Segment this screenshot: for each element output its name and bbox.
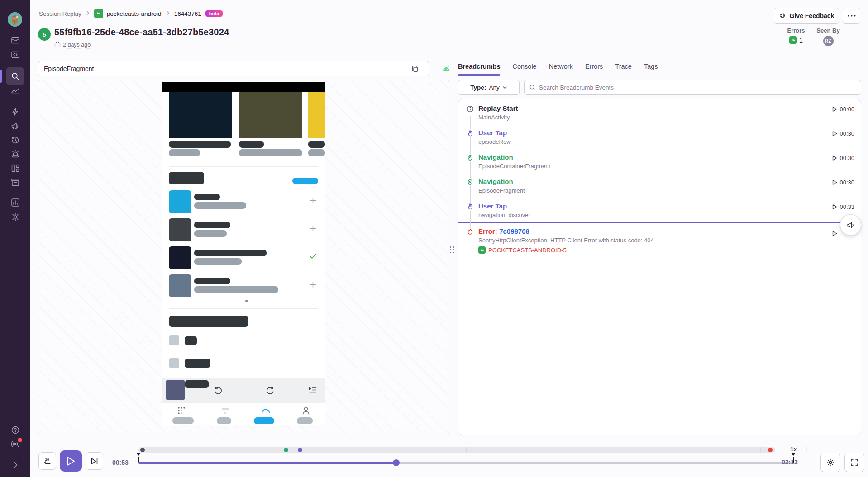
event-row-error[interactable]: Error: 7c098708 SentryHttpClientExceptio… xyxy=(458,223,861,258)
event-description: EpisodeFragment xyxy=(478,187,854,195)
layout-blocks-icon xyxy=(10,163,20,173)
redacted-text xyxy=(308,141,325,148)
segment-count-badge: 5 xyxy=(38,28,51,41)
tab-network[interactable]: Network xyxy=(549,59,573,76)
timeline-zoom-in-button[interactable]: + xyxy=(804,444,809,454)
tab-breadcrumbs[interactable]: Breadcrumbs xyxy=(458,59,500,76)
errors-count[interactable]: 1 xyxy=(799,37,803,44)
timeline-gridline xyxy=(615,447,615,453)
give-feedback-button[interactable]: Give Feedback xyxy=(774,8,839,24)
sidebar-item-projects[interactable] xyxy=(0,50,30,60)
timeline-marker-start[interactable] xyxy=(140,448,145,452)
sidebar-item-user-feedback[interactable] xyxy=(0,121,30,131)
feedback-fab-button[interactable] xyxy=(840,214,861,236)
seen-by-label: Seen By xyxy=(814,27,843,34)
sidebar-item-explore[interactable] xyxy=(0,71,30,81)
play-button[interactable] xyxy=(60,450,82,472)
skip-to-end-button[interactable] xyxy=(86,452,103,470)
event-timestamp[interactable]: 00:30 xyxy=(832,130,854,137)
type-filter-dropdown[interactable]: Type: Any xyxy=(458,80,520,95)
redacted-album-art xyxy=(166,380,185,400)
sidebar-item-settings[interactable] xyxy=(0,212,30,222)
time-ago-link[interactable]: 2 days ago xyxy=(63,42,91,48)
map-pin-icon xyxy=(466,178,474,186)
sidebar-item-stats[interactable] xyxy=(0,198,30,208)
event-title: Error: xyxy=(478,227,497,235)
replay-viewport[interactable] xyxy=(38,80,449,434)
event-row[interactable]: Replay Start MainActivity 00:00 xyxy=(458,100,861,125)
seekbar-handle[interactable] xyxy=(393,459,400,466)
up-next-queue-icon xyxy=(308,386,317,394)
redacted-text xyxy=(239,141,264,148)
timeline-marker-tap[interactable] xyxy=(298,448,302,452)
play-icon xyxy=(832,155,837,161)
sidebar-item-alerts[interactable] xyxy=(0,149,30,159)
player-settings-button[interactable] xyxy=(820,453,840,472)
redacted-text xyxy=(308,149,325,156)
playback-speed-label: 1x xyxy=(790,446,797,453)
event-description: MainActivity xyxy=(478,113,854,122)
seen-by-meta: Seen By RZ xyxy=(814,27,843,46)
breadcrumb-session-replay[interactable]: Session Replay xyxy=(39,10,81,17)
more-options-button[interactable] xyxy=(843,8,860,24)
search-icon xyxy=(529,84,536,91)
redacted-thumbnail xyxy=(169,218,191,241)
tab-errors[interactable]: Errors xyxy=(585,59,603,76)
sidebar-item-dashboards[interactable] xyxy=(0,86,30,96)
timeline-marker-error[interactable] xyxy=(768,448,773,452)
redacted-icon xyxy=(169,358,179,368)
event-row[interactable]: Navigation EpisodeContainerFragment 00:3… xyxy=(458,149,861,174)
sidebar-item-storage[interactable] xyxy=(0,177,30,187)
event-row[interactable]: Navigation EpisodeFragment 00:30 xyxy=(458,174,861,198)
check-icon xyxy=(310,253,317,259)
dom-selector-input[interactable] xyxy=(38,61,429,76)
sidebar-expand-button[interactable] xyxy=(0,460,30,469)
error-project-tag[interactable]: POCKETCASTS-ANDROID-5 xyxy=(478,246,854,254)
timeline-zoom-out-button[interactable]: − xyxy=(779,444,784,454)
calendar-icon xyxy=(54,42,61,48)
timeline-gridline xyxy=(760,447,761,453)
event-timestamp[interactable] xyxy=(832,231,837,236)
redacted-text xyxy=(185,359,210,368)
redacted-icon xyxy=(169,335,179,345)
sidebar-item-components[interactable] xyxy=(0,163,30,173)
fullscreen-button[interactable] xyxy=(844,453,864,472)
seekbar-played[interactable] xyxy=(138,462,396,464)
event-timestamp[interactable]: 00:30 xyxy=(832,179,854,186)
event-timestamp[interactable]: 00:00 xyxy=(832,106,854,113)
breadcrumb-project[interactable]: pocketcasts-android xyxy=(107,10,162,17)
play-icon xyxy=(832,106,837,112)
error-id-link[interactable]: 7c098708 xyxy=(499,227,529,235)
sidebar-item-replays[interactable] xyxy=(0,135,30,145)
tab-tags[interactable]: Tags xyxy=(644,59,658,76)
type-filter-value: Any xyxy=(489,84,499,91)
chevron-right-icon xyxy=(85,10,91,17)
timeline-minimap[interactable] xyxy=(138,447,775,453)
replay-phone-screen[interactable] xyxy=(162,82,325,425)
breadcrumb-search-input[interactable] xyxy=(539,84,856,91)
timeline-marker-navigation[interactable] xyxy=(284,448,288,452)
tab-trace[interactable]: Trace xyxy=(615,59,632,76)
rewind-10s-button[interactable]: 10 xyxy=(38,452,56,470)
redacted-thumbnail xyxy=(169,274,191,297)
replay-date: 2 days ago xyxy=(54,42,91,48)
event-timestamp[interactable]: 00:33 xyxy=(832,203,854,210)
redacted-text xyxy=(194,286,278,293)
org-avatar[interactable] xyxy=(8,12,22,27)
divider xyxy=(169,166,318,167)
sidebar-item-whats-new[interactable] xyxy=(0,439,30,449)
redacted-text xyxy=(194,258,242,265)
sidebar-item-issues[interactable] xyxy=(0,35,30,45)
redacted-thumbnail xyxy=(169,190,191,213)
seekbar-remaining[interactable] xyxy=(396,462,793,464)
copy-button[interactable] xyxy=(409,64,421,74)
error-message: SentryHttpClientException: HTTP Client E… xyxy=(478,236,854,245)
event-row[interactable]: User Tap navigation_discover 00:33 xyxy=(458,198,861,222)
event-timestamp[interactable]: 00:30 xyxy=(832,155,854,161)
sidebar-item-seer[interactable] xyxy=(0,107,30,117)
gear-icon xyxy=(10,212,20,222)
tab-console[interactable]: Console xyxy=(512,59,536,76)
panel-resize-handle[interactable] xyxy=(450,246,455,257)
sidebar-item-help[interactable] xyxy=(0,425,30,435)
event-row[interactable]: User Tap episodeRow 00:30 xyxy=(458,125,861,149)
